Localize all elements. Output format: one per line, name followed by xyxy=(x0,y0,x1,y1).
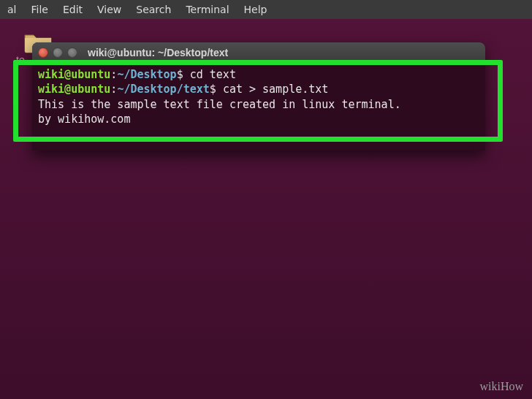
terminal-window: wiki@ubuntu: ~/Desktop/text wiki@ubuntu:… xyxy=(32,42,485,151)
app-menubar: al File Edit View Search Terminal Help xyxy=(0,0,532,19)
maximize-icon[interactable] xyxy=(67,48,77,58)
prompt-dollar: $ xyxy=(177,68,183,81)
terminal-output-line: by wikihow.com xyxy=(38,113,130,126)
watermark: wikiHow xyxy=(479,380,523,393)
menu-terminal-partial[interactable]: al xyxy=(0,1,23,18)
command-text: cat > sample.txt xyxy=(223,83,329,96)
menu-edit[interactable]: Edit xyxy=(56,1,90,18)
window-titlebar[interactable]: wiki@ubuntu: ~/Desktop/text xyxy=(32,42,485,63)
prompt-path: ~/Desktop xyxy=(117,68,176,81)
desktop-icon-label-partial: te xyxy=(16,54,25,66)
prompt-path: ~/Desktop/text xyxy=(117,83,209,96)
prompt-user: wiki@ubuntu xyxy=(38,68,110,81)
desktop: te wiki@ubuntu: ~/Desktop/text wiki@ubun… xyxy=(0,19,532,399)
prompt-dollar: $ xyxy=(210,83,216,96)
minimize-icon[interactable] xyxy=(53,48,63,58)
menu-view[interactable]: View xyxy=(90,1,129,18)
command-text: cd text xyxy=(190,68,236,81)
menu-terminal[interactable]: Terminal xyxy=(178,1,236,18)
terminal-output-line: This is the sample text file created in … xyxy=(38,98,401,111)
menu-help[interactable]: Help xyxy=(237,1,275,18)
close-icon[interactable] xyxy=(38,48,48,58)
menu-file[interactable]: File xyxy=(23,1,55,18)
terminal-body[interactable]: wiki@ubuntu:~/Desktop$ cd text wiki@ubun… xyxy=(32,63,485,151)
window-title: wiki@ubuntu: ~/Desktop/text xyxy=(88,47,228,58)
prompt-user: wiki@ubuntu xyxy=(38,83,110,96)
menu-search[interactable]: Search xyxy=(129,1,178,18)
